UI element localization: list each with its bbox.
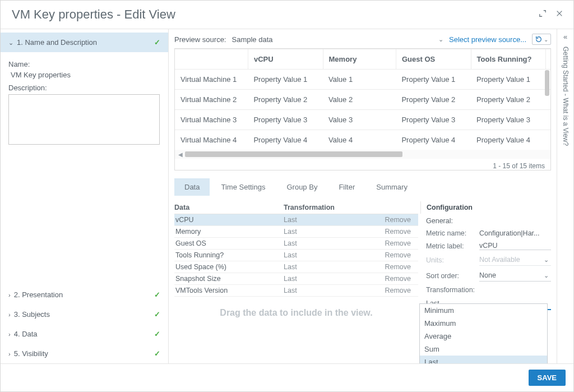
preview-source-label: Preview source: — [174, 35, 226, 44]
tab-summary[interactable]: Summary — [366, 178, 418, 196]
data-row-transformation: Last — [284, 251, 372, 259]
col-header-data: Data — [174, 204, 284, 211]
data-row[interactable]: VMTools VersionLastRemove — [174, 285, 418, 297]
units-select: Not Available⌄ — [479, 255, 551, 266]
table-cell: Property Value 3 — [396, 110, 471, 130]
select-preview-source-link[interactable]: Select preview source... — [449, 35, 526, 44]
horizontal-scrollbar[interactable]: ◀ — [175, 150, 550, 159]
table-cell: Value 4 — [323, 130, 396, 150]
data-row[interactable]: Used Space (%)LastRemove — [174, 261, 418, 273]
wizard-panel: ⌄1. Name and Description ✓ Name: VM Key … — [1, 29, 169, 363]
page-title: VM Key properties - Edit View — [12, 7, 175, 22]
grid-header[interactable]: Tools Running? — [471, 49, 546, 70]
remove-link[interactable]: Remove — [372, 228, 411, 236]
save-button[interactable]: SAVE — [529, 370, 566, 386]
units-value: Not Available — [479, 256, 520, 264]
data-row-transformation: Last — [284, 239, 372, 247]
wizard-step-label: 4. Data — [14, 330, 38, 338]
dropdown-option[interactable]: Sum — [420, 343, 547, 356]
grid-header[interactable]: Guest OS — [396, 49, 471, 70]
table-cell: Virtual Machine 4 — [175, 130, 248, 150]
description-label: Description: — [8, 84, 160, 92]
wizard-step-label: 5. Visibility — [14, 349, 48, 358]
wizard-step-label: 2. Presentation — [14, 290, 63, 299]
tab-data[interactable]: Data — [174, 178, 210, 196]
wizard-step-label: 1. Name and Description — [17, 38, 97, 47]
expand-panel-icon[interactable]: « — [563, 33, 567, 41]
remove-link[interactable]: Remove — [372, 287, 411, 294]
metric-label-input[interactable]: vCPU — [479, 242, 551, 250]
table-cell: Virtual Machine 2 — [175, 90, 248, 110]
tabs: Data Time Settings Group By Filter Summa… — [174, 178, 551, 196]
expand-window-icon[interactable] — [539, 10, 547, 20]
chevron-right-icon: › — [8, 331, 11, 338]
table-cell: Value 3 — [323, 110, 396, 130]
table-row[interactable]: Virtual Machine 4Property Value 4Value 4… — [175, 130, 550, 150]
units-label: Units: — [426, 256, 479, 264]
grid-header[interactable]: Memory — [323, 49, 396, 70]
data-row[interactable]: MemoryLastRemove — [174, 226, 418, 238]
remove-link[interactable]: Remove — [372, 251, 411, 259]
metric-name-label: Metric name: — [426, 229, 479, 237]
chevron-down-icon[interactable]: ⌄ — [438, 36, 443, 43]
wizard-step-4[interactable]: ›4. Data ✓ — [1, 324, 168, 344]
col-header-transformation: Transformation — [284, 204, 379, 211]
dropdown-option[interactable]: Last — [420, 356, 547, 363]
tab-time-settings[interactable]: Time Settings — [211, 178, 275, 196]
tab-filter[interactable]: Filter — [328, 178, 365, 196]
right-panel-collapsed: « Getting Started - What is a View? — [557, 29, 573, 363]
close-icon[interactable] — [556, 10, 563, 20]
table-row[interactable]: Virtual Machine 3Property Value 3Value 3… — [175, 110, 550, 130]
chevron-right-icon: › — [8, 351, 11, 357]
table-cell: Property Value 2 — [396, 90, 471, 110]
refresh-button[interactable]: ⌄ — [532, 34, 551, 45]
sort-order-label: Sort order: — [426, 272, 479, 280]
preview-source-value[interactable]: Sample data — [232, 35, 433, 44]
transformation-dropdown[interactable]: MinimumMaximumAverageSumLastStandard Dev… — [419, 303, 548, 363]
data-row-name: vCPU — [174, 216, 284, 224]
table-cell: Property Value 4 — [471, 130, 546, 150]
data-row-name: Memory — [174, 228, 284, 236]
metric-label-label: Metric label: — [426, 242, 479, 250]
data-row[interactable]: Snapshot SizeLastRemove — [174, 273, 418, 285]
table-cell: Value 1 — [323, 70, 396, 90]
data-row-name: VMTools Version — [174, 287, 284, 294]
remove-link[interactable]: Remove — [372, 239, 411, 247]
remove-link[interactable]: Remove — [372, 275, 411, 283]
center-panel: Preview source: Sample data ⌄ Select pre… — [169, 29, 557, 363]
chevron-down-icon: ⌄ — [544, 272, 549, 279]
table-cell: Property Value 1 — [396, 70, 471, 90]
data-row[interactable]: vCPULastRemove — [174, 214, 418, 226]
dropdown-option[interactable]: Minimum — [420, 304, 547, 317]
tab-group-by[interactable]: Group By — [276, 178, 327, 196]
check-icon: ✓ — [154, 38, 160, 47]
sort-order-select[interactable]: None⌄ — [479, 270, 551, 282]
wizard-step-3[interactable]: ›3. Subjects ✓ — [1, 305, 168, 324]
right-panel-title[interactable]: Getting Started - What is a View? — [562, 47, 570, 146]
remove-link[interactable]: Remove — [372, 263, 411, 271]
table-row[interactable]: Virtual Machine 2Property Value 2Value 2… — [175, 90, 550, 110]
dropdown-option[interactable]: Average — [420, 330, 547, 343]
data-row[interactable]: Guest OSLastRemove — [174, 238, 418, 250]
grid-header[interactable] — [175, 49, 248, 70]
data-row[interactable]: Tools Running?LastRemove — [174, 250, 418, 261]
remove-link[interactable]: Remove — [372, 216, 411, 224]
wizard-step-2[interactable]: ›2. Presentation ✓ — [1, 285, 168, 305]
table-cell: Value 2 — [323, 90, 396, 110]
table-cell: Va — [546, 130, 550, 150]
check-icon: ✓ — [154, 310, 160, 319]
grid-header[interactable]: vCPU — [248, 49, 323, 70]
description-input[interactable] — [8, 94, 160, 145]
grid-header-row: vCPU Memory Guest OS Tools Running? Used… — [175, 49, 550, 70]
chevron-right-icon: › — [8, 311, 11, 318]
wizard-step-5[interactable]: ›5. Visibility ✓ — [1, 344, 168, 363]
dropdown-option[interactable]: Maximum — [420, 317, 547, 330]
table-cell: Virtual Machine 3 — [175, 110, 248, 130]
table-row[interactable]: Virtual Machine 1Property Value 1Value 1… — [175, 70, 550, 90]
check-icon: ✓ — [154, 330, 160, 338]
data-row-transformation: Last — [284, 287, 372, 294]
grid-header[interactable]: Used S — [546, 49, 550, 70]
sort-order-value: None — [479, 271, 496, 279]
wizard-step-1[interactable]: ⌄1. Name and Description ✓ — [1, 33, 168, 52]
vertical-scrollbar[interactable] — [545, 70, 549, 122]
